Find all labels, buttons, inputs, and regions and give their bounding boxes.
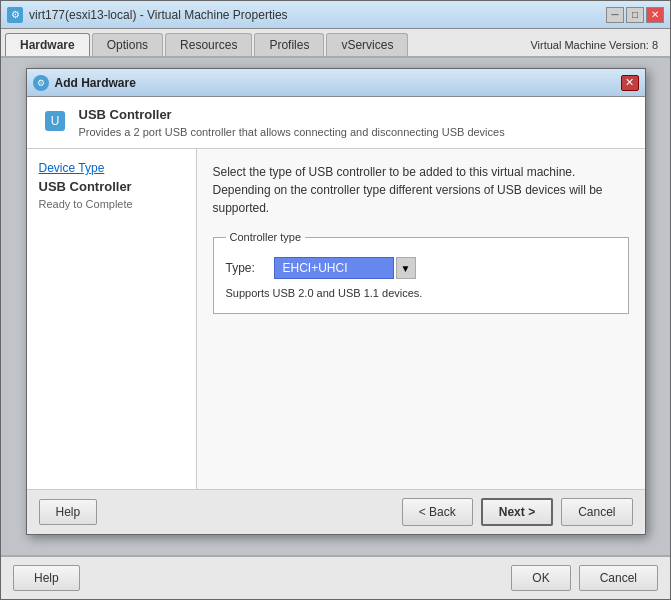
controller-type-group: Controller type Type: EHCI+UHCI ▼ Suppor… [213,231,629,314]
outer-help-button[interactable]: Help [13,565,80,591]
tab-hardware[interactable]: Hardware [5,33,90,56]
outer-window: ⚙ virt177(esxi13-local) - Virtual Machin… [0,0,671,600]
select-dropdown-arrow[interactable]: ▼ [396,257,416,279]
tab-vservices[interactable]: vServices [326,33,408,56]
dialog-footer-right: < Back Next > Cancel [402,498,633,526]
dialog-sidebar: Device Type USB Controller Ready to Comp… [27,149,197,489]
usb-icon: U [43,109,67,133]
type-label: Type: [226,261,266,275]
dialog-app-icon: ⚙ [33,75,49,91]
outer-footer-right: OK Cancel [511,565,658,591]
dialog-title: Add Hardware [55,76,136,90]
controller-type-select[interactable]: EHCI+UHCI [274,257,394,279]
back-button[interactable]: < Back [402,498,473,526]
type-row: Type: EHCI+UHCI ▼ [226,257,616,279]
dialog-header-description: Provides a 2 port USB controller that al… [79,126,505,138]
next-button[interactable]: Next > [481,498,553,526]
outer-title-bar: ⚙ virt177(esxi13-local) - Virtual Machin… [1,1,670,29]
tabs-left: Hardware Options Resources Profiles vSer… [5,33,408,56]
close-button[interactable]: ✕ [646,7,664,23]
tabs-bar: Hardware Options Resources Profiles vSer… [1,29,670,58]
window-controls: ─ □ ✕ [606,7,664,23]
window-title: virt177(esxi13-local) - Virtual Machine … [29,8,288,22]
main-content: ⚙ Add Hardware ✕ U USB Controller Provid… [1,58,670,555]
minimize-button[interactable]: ─ [606,7,624,23]
dialog-footer: Help < Back Next > Cancel [27,489,645,534]
supports-text: Supports USB 2.0 and USB 1.1 devices. [226,287,616,299]
tab-resources[interactable]: Resources [165,33,252,56]
outer-cancel-button[interactable]: Cancel [579,565,658,591]
device-type-link[interactable]: Device Type [39,161,184,175]
outer-ok-button[interactable]: OK [511,565,570,591]
dialog-header-title: USB Controller [79,107,505,122]
dialog-right-content: Select the type of USB controller to be … [197,149,645,489]
vm-version: Virtual Machine Version: 8 [522,35,666,55]
dialog-close-button[interactable]: ✕ [621,75,639,91]
controller-description: Select the type of USB controller to be … [213,163,629,217]
maximize-button[interactable]: □ [626,7,644,23]
cancel-button[interactable]: Cancel [561,498,632,526]
sidebar-current-item: USB Controller [39,179,184,194]
outer-title-left: ⚙ virt177(esxi13-local) - Virtual Machin… [7,7,288,23]
dialog-body: Device Type USB Controller Ready to Comp… [27,149,645,489]
outer-footer: Help OK Cancel [1,555,670,599]
tab-profiles[interactable]: Profiles [254,33,324,56]
dialog-header: U USB Controller Provides a 2 port USB c… [27,97,645,149]
app-icon: ⚙ [7,7,23,23]
modal-overlay: ⚙ Add Hardware ✕ U USB Controller Provid… [1,58,670,555]
dialog-title-bar: ⚙ Add Hardware ✕ [27,69,645,97]
tab-options[interactable]: Options [92,33,163,56]
dialog-title-left: ⚙ Add Hardware [33,75,136,91]
dialog-header-text: USB Controller Provides a 2 port USB con… [79,107,505,138]
add-hardware-dialog: ⚙ Add Hardware ✕ U USB Controller Provid… [26,68,646,535]
svg-text:U: U [50,114,59,128]
sidebar-sub-item: Ready to Complete [39,198,184,210]
help-button[interactable]: Help [39,499,98,525]
type-select: EHCI+UHCI ▼ [274,257,416,279]
group-legend: Controller type [226,231,306,243]
